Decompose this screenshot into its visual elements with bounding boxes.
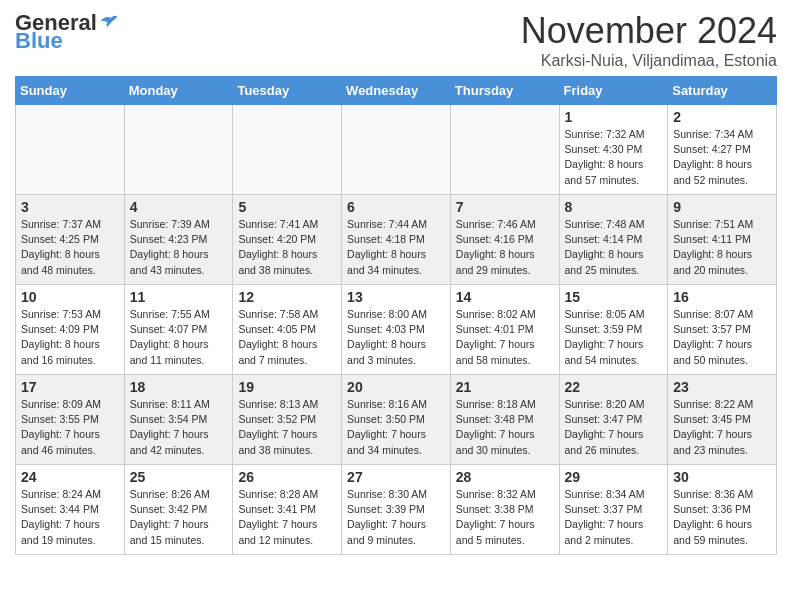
day-number: 3 bbox=[21, 199, 119, 215]
day-number: 21 bbox=[456, 379, 554, 395]
day-number: 6 bbox=[347, 199, 445, 215]
day-number: 22 bbox=[565, 379, 663, 395]
day-info: Sunrise: 8:28 AM Sunset: 3:41 PM Dayligh… bbox=[238, 487, 336, 548]
day-info: Sunrise: 8:36 AM Sunset: 3:36 PM Dayligh… bbox=[673, 487, 771, 548]
day-info: Sunrise: 8:22 AM Sunset: 3:45 PM Dayligh… bbox=[673, 397, 771, 458]
day-number: 29 bbox=[565, 469, 663, 485]
day-number: 11 bbox=[130, 289, 228, 305]
day-number: 13 bbox=[347, 289, 445, 305]
table-row: 21Sunrise: 8:18 AM Sunset: 3:48 PM Dayli… bbox=[450, 375, 559, 465]
calendar-table: Sunday Monday Tuesday Wednesday Thursday… bbox=[15, 76, 777, 555]
logo-blue-text: Blue bbox=[15, 28, 63, 54]
day-info: Sunrise: 7:41 AM Sunset: 4:20 PM Dayligh… bbox=[238, 217, 336, 278]
day-info: Sunrise: 7:37 AM Sunset: 4:25 PM Dayligh… bbox=[21, 217, 119, 278]
table-row: 10Sunrise: 7:53 AM Sunset: 4:09 PM Dayli… bbox=[16, 285, 125, 375]
day-info: Sunrise: 8:07 AM Sunset: 3:57 PM Dayligh… bbox=[673, 307, 771, 368]
table-row: 20Sunrise: 8:16 AM Sunset: 3:50 PM Dayli… bbox=[342, 375, 451, 465]
day-number: 26 bbox=[238, 469, 336, 485]
day-number: 9 bbox=[673, 199, 771, 215]
logo-bird-icon bbox=[99, 13, 119, 33]
day-info: Sunrise: 7:44 AM Sunset: 4:18 PM Dayligh… bbox=[347, 217, 445, 278]
table-row: 14Sunrise: 8:02 AM Sunset: 4:01 PM Dayli… bbox=[450, 285, 559, 375]
day-number: 16 bbox=[673, 289, 771, 305]
day-info: Sunrise: 8:32 AM Sunset: 3:38 PM Dayligh… bbox=[456, 487, 554, 548]
table-row bbox=[124, 105, 233, 195]
day-number: 24 bbox=[21, 469, 119, 485]
col-saturday: Saturday bbox=[668, 77, 777, 105]
table-row bbox=[450, 105, 559, 195]
day-number: 23 bbox=[673, 379, 771, 395]
day-info: Sunrise: 8:18 AM Sunset: 3:48 PM Dayligh… bbox=[456, 397, 554, 458]
day-number: 30 bbox=[673, 469, 771, 485]
day-info: Sunrise: 7:53 AM Sunset: 4:09 PM Dayligh… bbox=[21, 307, 119, 368]
header: General Blue November 2024 Karksi-Nuia, … bbox=[15, 10, 777, 70]
col-wednesday: Wednesday bbox=[342, 77, 451, 105]
day-info: Sunrise: 7:46 AM Sunset: 4:16 PM Dayligh… bbox=[456, 217, 554, 278]
calendar-week-1: 1Sunrise: 7:32 AM Sunset: 4:30 PM Daylig… bbox=[16, 105, 777, 195]
calendar-week-5: 24Sunrise: 8:24 AM Sunset: 3:44 PM Dayli… bbox=[16, 465, 777, 555]
table-row: 19Sunrise: 8:13 AM Sunset: 3:52 PM Dayli… bbox=[233, 375, 342, 465]
day-number: 25 bbox=[130, 469, 228, 485]
day-number: 7 bbox=[456, 199, 554, 215]
table-row: 8Sunrise: 7:48 AM Sunset: 4:14 PM Daylig… bbox=[559, 195, 668, 285]
day-number: 18 bbox=[130, 379, 228, 395]
day-number: 8 bbox=[565, 199, 663, 215]
table-row: 18Sunrise: 8:11 AM Sunset: 3:54 PM Dayli… bbox=[124, 375, 233, 465]
calendar-week-4: 17Sunrise: 8:09 AM Sunset: 3:55 PM Dayli… bbox=[16, 375, 777, 465]
col-monday: Monday bbox=[124, 77, 233, 105]
day-info: Sunrise: 7:55 AM Sunset: 4:07 PM Dayligh… bbox=[130, 307, 228, 368]
day-number: 4 bbox=[130, 199, 228, 215]
day-info: Sunrise: 8:09 AM Sunset: 3:55 PM Dayligh… bbox=[21, 397, 119, 458]
table-row: 1Sunrise: 7:32 AM Sunset: 4:30 PM Daylig… bbox=[559, 105, 668, 195]
day-number: 27 bbox=[347, 469, 445, 485]
day-number: 2 bbox=[673, 109, 771, 125]
day-info: Sunrise: 8:00 AM Sunset: 4:03 PM Dayligh… bbox=[347, 307, 445, 368]
table-row: 25Sunrise: 8:26 AM Sunset: 3:42 PM Dayli… bbox=[124, 465, 233, 555]
col-sunday: Sunday bbox=[16, 77, 125, 105]
table-row: 6Sunrise: 7:44 AM Sunset: 4:18 PM Daylig… bbox=[342, 195, 451, 285]
table-row: 27Sunrise: 8:30 AM Sunset: 3:39 PM Dayli… bbox=[342, 465, 451, 555]
calendar-week-3: 10Sunrise: 7:53 AM Sunset: 4:09 PM Dayli… bbox=[16, 285, 777, 375]
table-row: 13Sunrise: 8:00 AM Sunset: 4:03 PM Dayli… bbox=[342, 285, 451, 375]
header-row: Sunday Monday Tuesday Wednesday Thursday… bbox=[16, 77, 777, 105]
day-number: 14 bbox=[456, 289, 554, 305]
day-info: Sunrise: 8:13 AM Sunset: 3:52 PM Dayligh… bbox=[238, 397, 336, 458]
day-number: 20 bbox=[347, 379, 445, 395]
day-info: Sunrise: 8:05 AM Sunset: 3:59 PM Dayligh… bbox=[565, 307, 663, 368]
table-row: 17Sunrise: 8:09 AM Sunset: 3:55 PM Dayli… bbox=[16, 375, 125, 465]
table-row: 24Sunrise: 8:24 AM Sunset: 3:44 PM Dayli… bbox=[16, 465, 125, 555]
page: General Blue November 2024 Karksi-Nuia, … bbox=[0, 0, 792, 565]
title-block: November 2024 Karksi-Nuia, Viljandimaa, … bbox=[521, 10, 777, 70]
day-info: Sunrise: 8:16 AM Sunset: 3:50 PM Dayligh… bbox=[347, 397, 445, 458]
day-info: Sunrise: 8:30 AM Sunset: 3:39 PM Dayligh… bbox=[347, 487, 445, 548]
col-friday: Friday bbox=[559, 77, 668, 105]
day-info: Sunrise: 7:58 AM Sunset: 4:05 PM Dayligh… bbox=[238, 307, 336, 368]
day-info: Sunrise: 7:39 AM Sunset: 4:23 PM Dayligh… bbox=[130, 217, 228, 278]
table-row: 22Sunrise: 8:20 AM Sunset: 3:47 PM Dayli… bbox=[559, 375, 668, 465]
calendar-week-2: 3Sunrise: 7:37 AM Sunset: 4:25 PM Daylig… bbox=[16, 195, 777, 285]
day-number: 28 bbox=[456, 469, 554, 485]
table-row bbox=[342, 105, 451, 195]
logo: General Blue bbox=[15, 10, 119, 54]
table-row: 7Sunrise: 7:46 AM Sunset: 4:16 PM Daylig… bbox=[450, 195, 559, 285]
table-row: 5Sunrise: 7:41 AM Sunset: 4:20 PM Daylig… bbox=[233, 195, 342, 285]
table-row: 4Sunrise: 7:39 AM Sunset: 4:23 PM Daylig… bbox=[124, 195, 233, 285]
table-row: 16Sunrise: 8:07 AM Sunset: 3:57 PM Dayli… bbox=[668, 285, 777, 375]
table-row: 15Sunrise: 8:05 AM Sunset: 3:59 PM Dayli… bbox=[559, 285, 668, 375]
day-info: Sunrise: 8:34 AM Sunset: 3:37 PM Dayligh… bbox=[565, 487, 663, 548]
table-row: 29Sunrise: 8:34 AM Sunset: 3:37 PM Dayli… bbox=[559, 465, 668, 555]
month-title: November 2024 bbox=[521, 10, 777, 52]
day-info: Sunrise: 8:20 AM Sunset: 3:47 PM Dayligh… bbox=[565, 397, 663, 458]
table-row: 2Sunrise: 7:34 AM Sunset: 4:27 PM Daylig… bbox=[668, 105, 777, 195]
table-row: 12Sunrise: 7:58 AM Sunset: 4:05 PM Dayli… bbox=[233, 285, 342, 375]
day-info: Sunrise: 7:34 AM Sunset: 4:27 PM Dayligh… bbox=[673, 127, 771, 188]
day-info: Sunrise: 8:26 AM Sunset: 3:42 PM Dayligh… bbox=[130, 487, 228, 548]
day-number: 10 bbox=[21, 289, 119, 305]
table-row bbox=[16, 105, 125, 195]
day-number: 12 bbox=[238, 289, 336, 305]
day-number: 15 bbox=[565, 289, 663, 305]
day-info: Sunrise: 8:24 AM Sunset: 3:44 PM Dayligh… bbox=[21, 487, 119, 548]
col-tuesday: Tuesday bbox=[233, 77, 342, 105]
day-info: Sunrise: 8:02 AM Sunset: 4:01 PM Dayligh… bbox=[456, 307, 554, 368]
day-info: Sunrise: 8:11 AM Sunset: 3:54 PM Dayligh… bbox=[130, 397, 228, 458]
